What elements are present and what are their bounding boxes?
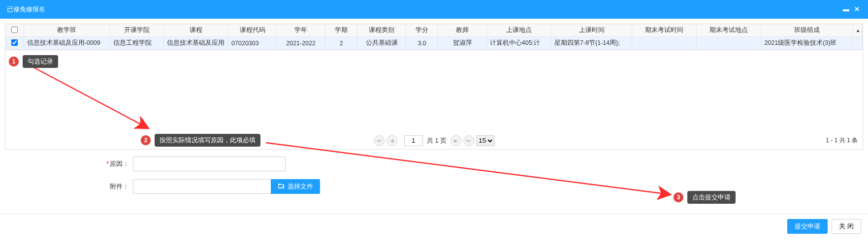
vscroll-header: ▲ bbox=[853, 24, 863, 37]
col-header: 上课地点 bbox=[486, 24, 551, 37]
select-all-checkbox[interactable] bbox=[11, 27, 18, 33]
pager-prev-button[interactable]: ◀ bbox=[386, 135, 397, 146]
pager-last-button[interactable]: ⏭ bbox=[463, 135, 474, 146]
cell: 星期四第7-8节{1-14周}; bbox=[551, 37, 632, 50]
col-header: 班级组成 bbox=[761, 24, 853, 37]
reason-label: 原因： bbox=[5, 159, 133, 168]
close-button[interactable]: 关 闭 bbox=[832, 219, 861, 234]
dialog-footer: 提交申请 关 闭 bbox=[0, 214, 868, 238]
reason-input[interactable] bbox=[133, 156, 286, 171]
table-header-row: 教学班 开课学院 课程 课程代码 学年 学期 课程类别 学分 教师 上课地点 上… bbox=[5, 24, 863, 37]
cell: 公共基础课 bbox=[357, 37, 406, 50]
form-area: 原因： 附件： 选择文件 bbox=[5, 150, 863, 202]
pagination-bar: ⏮ ◀ 共 1 页 ▶ ⏭ 15 1 - 1 共 1 条 bbox=[5, 132, 863, 150]
col-header: 期末考试地点 bbox=[697, 24, 761, 37]
submit-button[interactable]: 提交申请 bbox=[787, 219, 828, 234]
col-header: 学年 bbox=[277, 24, 325, 37]
cell: 3.0 bbox=[406, 37, 438, 50]
col-header: 教学班 bbox=[24, 24, 110, 37]
data-table: 教学班 开课学院 课程 课程代码 学年 学期 课程类别 学分 教师 上课地点 上… bbox=[5, 24, 863, 50]
horizontal-scrollbar[interactable] bbox=[0, 205, 868, 214]
cell bbox=[697, 37, 761, 50]
col-header: 学期 bbox=[325, 24, 357, 37]
header-checkbox-cell bbox=[5, 24, 24, 37]
window-titlebar: 已修免修报名 ▬ ✕ bbox=[0, 0, 868, 19]
cell bbox=[632, 37, 697, 50]
table-row[interactable]: 信息技术基础及应用-0009 信息工程学院 信息技术基础及应用 07020303… bbox=[5, 37, 863, 50]
folder-open-icon bbox=[278, 183, 285, 191]
col-header: 开课学院 bbox=[110, 24, 163, 37]
col-header: 上课时间 bbox=[551, 24, 632, 37]
table-empty-area bbox=[5, 50, 863, 132]
col-header: 课程 bbox=[163, 24, 228, 37]
col-header: 期末考试时间 bbox=[632, 24, 697, 37]
col-header: 课程类别 bbox=[357, 24, 406, 37]
cell: 07020303 bbox=[228, 37, 277, 50]
attachment-path-input[interactable] bbox=[133, 179, 271, 194]
pager-first-button[interactable]: ⏮ bbox=[374, 135, 385, 146]
pager-total-text: 共 1 页 bbox=[427, 136, 447, 145]
cell: 贺淑萍 bbox=[438, 37, 486, 50]
cell: 计算机中心405;计 bbox=[486, 37, 551, 50]
pager-size-select[interactable]: 15 bbox=[476, 135, 494, 146]
row-checkbox[interactable] bbox=[11, 39, 18, 46]
window-controls: ▬ ✕ bbox=[841, 0, 861, 19]
col-header: 教师 bbox=[438, 24, 486, 37]
minimize-icon[interactable]: ▬ bbox=[841, 0, 850, 19]
cell: 信息技术基础及应用 bbox=[163, 37, 228, 50]
window-title: 已修免修报名 bbox=[7, 0, 45, 19]
col-header: 学分 bbox=[406, 24, 438, 37]
pager-range-text: 1 - 1 共 1 条 bbox=[826, 136, 858, 145]
pager-page-input[interactable] bbox=[404, 135, 423, 146]
cell: 信息技术基础及应用-0009 bbox=[24, 37, 110, 50]
row-checkbox-cell bbox=[5, 37, 24, 50]
close-icon[interactable]: ✕ bbox=[852, 0, 861, 19]
pager-next-button[interactable]: ▶ bbox=[450, 135, 461, 146]
choose-file-label: 选择文件 bbox=[288, 182, 313, 191]
cell: 2021-2022 bbox=[277, 37, 325, 50]
cell: 信息工程学院 bbox=[110, 37, 163, 50]
col-header: 课程代码 bbox=[228, 24, 277, 37]
cell: 2021级医学检验技术(3)班 bbox=[761, 37, 853, 50]
cell: 2 bbox=[325, 37, 357, 50]
attachment-label: 附件： bbox=[5, 182, 133, 191]
choose-file-button[interactable]: 选择文件 bbox=[271, 179, 320, 194]
